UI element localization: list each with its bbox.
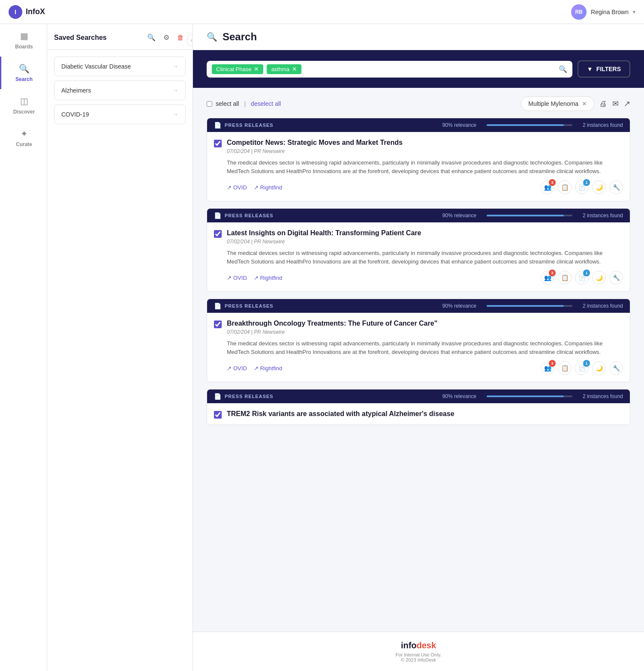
- result-card-header-right: 90% relevance 2 instances found: [442, 393, 623, 399]
- search-nav-icon: 🔍: [19, 63, 30, 74]
- sidebar-item-label: Boards: [15, 44, 33, 50]
- result-card-header-right: 90% relevance 2 instances found: [442, 303, 623, 309]
- remove-asthma-tag[interactable]: ✕: [292, 66, 297, 72]
- result-card-header: 📄 PRESS RELEASES 90% relevance 2 instanc…: [207, 299, 630, 313]
- filter-dropdown[interactable]: Multiple Mylenoma ✕: [521, 96, 594, 111]
- username: Regina Brown: [591, 9, 629, 15]
- print-button[interactable]: 🖨: [599, 99, 607, 108]
- remove-clinical-phase-tag[interactable]: ✕: [254, 66, 259, 72]
- result-excerpt: The medical devices sector is witnessing…: [227, 339, 623, 356]
- action-btn[interactable]: 🌙: [592, 180, 606, 194]
- result-excerpt: The medical devices sector is witnessing…: [227, 159, 623, 175]
- result-content: TREM2 Risk variants are associated with …: [227, 410, 623, 419]
- saved-search-label: Diabetic Vascular Disease: [61, 63, 131, 70]
- sidebar-item-discover[interactable]: ◫ Discover: [0, 89, 47, 122]
- saved-search-delete-btn[interactable]: 🗑: [175, 33, 186, 42]
- logo-icon: I: [9, 5, 22, 19]
- sidebar: ▦ Boards 🔍 Search ◫ Discover ✦ Curate: [0, 0, 47, 671]
- result-card-header: 📄 PRESS RELEASES 90% relevance 2 instanc…: [207, 209, 630, 222]
- result-checkbox[interactable]: [214, 321, 222, 328]
- result-footer: ↗OVID ↗Rightfind 👥3📋📄1🌙🔧: [227, 271, 623, 286]
- badge-blue: 1: [583, 179, 590, 186]
- result-links: ↗OVID ↗Rightfind: [227, 365, 282, 371]
- search-input-wrapper[interactable]: Clinical Phase ✕ asthma ✕ 🔍: [207, 61, 572, 78]
- arrow-icon: →: [172, 111, 178, 118]
- result-link[interactable]: ↗OVID: [227, 275, 247, 281]
- result-meta: 07/02/204 | PR Newswire: [227, 148, 623, 154]
- result-row: Latest Insights on Digital Health: Trans…: [214, 229, 623, 286]
- action-btn[interactable]: 📄1: [575, 361, 589, 375]
- relevance-bar: [487, 395, 564, 397]
- result-row: TREM2 Risk variants are associated with …: [214, 410, 623, 419]
- result-row: Breakthrough Oncology Treatments: The Fu…: [214, 320, 623, 377]
- result-footer: ↗OVID ↗Rightfind 👥3📋📄1🌙🔧: [227, 361, 623, 377]
- result-card-header-left: 📄 PRESS RELEASES: [214, 303, 274, 309]
- result-checkbox[interactable]: [214, 140, 222, 147]
- document-icon: 📄: [214, 303, 221, 309]
- action-btn[interactable]: 🌙: [592, 361, 606, 375]
- document-icon: 📄: [214, 212, 221, 219]
- email-button[interactable]: ✉: [612, 99, 619, 108]
- action-btn[interactable]: 📋: [558, 180, 572, 194]
- action-btn[interactable]: 📋: [558, 361, 572, 375]
- action-btn[interactable]: 🔧: [609, 180, 623, 194]
- action-btn[interactable]: 👥3: [541, 361, 554, 375]
- asthma-tag[interactable]: asthma ✕: [267, 64, 301, 74]
- result-footer: ↗OVID ↗Rightfind 👥3📋📄1🌙🔧: [227, 180, 623, 196]
- badge-red: 3: [549, 360, 556, 367]
- action-btn[interactable]: 👥3: [541, 271, 554, 285]
- filters-button[interactable]: ▼ FILTERS: [578, 60, 630, 78]
- action-btn[interactable]: 🔧: [609, 271, 623, 285]
- clinical-phase-tag[interactable]: Clinical Phase ✕: [212, 64, 263, 74]
- result-type: PRESS RELEASES: [225, 394, 274, 399]
- result-link[interactable]: ↗Rightfind: [254, 275, 282, 281]
- action-btn[interactable]: 🌙: [592, 271, 606, 285]
- saved-panel-header: Saved Searches 🔍 ⚙ 🗑: [47, 24, 193, 50]
- discover-icon: ◫: [20, 96, 28, 106]
- page-header: 🔍 Search: [193, 24, 644, 50]
- result-actions: 👥3📋📄1🌙🔧: [541, 271, 623, 285]
- result-link[interactable]: ↗Rightfind: [254, 365, 282, 371]
- external-link-icon: ↗: [227, 184, 232, 191]
- result-type: PRESS RELEASES: [225, 213, 274, 218]
- result-link[interactable]: ↗Rightfind: [254, 184, 282, 191]
- action-btn[interactable]: 📋: [558, 271, 572, 285]
- saved-search-item[interactable]: COVID-19 →: [54, 105, 186, 124]
- result-actions: 👥3📋📄1🌙🔧: [541, 361, 623, 375]
- result-type: PRESS RELEASES: [225, 303, 274, 309]
- user-menu[interactable]: RB Regina Brown ▾: [571, 4, 635, 20]
- clear-dropdown-btn[interactable]: ✕: [582, 100, 587, 107]
- saved-search-item[interactable]: Diabetic Vascular Disease →: [54, 57, 186, 76]
- tag-label: Clinical Phase: [216, 66, 251, 72]
- result-links: ↗OVID ↗Rightfind: [227, 184, 282, 191]
- result-card: 📄 PRESS RELEASES 90% relevance 2 instanc…: [207, 389, 630, 425]
- result-title: Breakthrough Oncology Treatments: The Fu…: [227, 320, 623, 327]
- content-area: 🔍 Search Clinical Phase ✕ asthma ✕ 🔍 ▼ F…: [193, 24, 644, 671]
- document-icon: 📄: [214, 122, 221, 129]
- action-btn[interactable]: 📄1: [575, 271, 589, 285]
- saved-search-settings-btn[interactable]: ⚙: [162, 33, 171, 42]
- action-btn[interactable]: 👥3: [541, 180, 554, 194]
- sidebar-item-boards[interactable]: ▦ Boards: [0, 24, 47, 57]
- result-link[interactable]: ↗OVID: [227, 184, 247, 191]
- action-btn[interactable]: 🔧: [609, 361, 623, 375]
- saved-search-search-btn[interactable]: 🔍: [145, 33, 157, 42]
- sidebar-item-search[interactable]: 🔍 Search: [0, 57, 47, 89]
- instances-text: 2 instances found: [583, 122, 623, 128]
- deselect-all-link[interactable]: deselect all: [251, 100, 281, 107]
- relevance-bar: [487, 215, 564, 216]
- result-link[interactable]: ↗OVID: [227, 365, 247, 371]
- action-btn[interactable]: 📄1: [575, 180, 589, 194]
- relevance-bar-container: [487, 215, 572, 216]
- relevance-bar-container: [487, 395, 572, 397]
- chevron-down-icon: ▾: [633, 9, 635, 15]
- result-checkbox[interactable]: [214, 411, 222, 419]
- saved-search-item[interactable]: Alzheimers →: [54, 81, 186, 100]
- result-checkbox[interactable]: [214, 230, 222, 238]
- result-card-header-right: 90% relevance 2 instances found: [442, 122, 623, 128]
- select-all-checkbox[interactable]: [207, 101, 212, 107]
- dropdown-value: Multiple Mylenoma: [528, 100, 578, 107]
- export-button[interactable]: ↗: [624, 99, 630, 108]
- sidebar-item-curate[interactable]: ✦ Curate: [0, 122, 47, 154]
- result-content: Breakthrough Oncology Treatments: The Fu…: [227, 320, 623, 377]
